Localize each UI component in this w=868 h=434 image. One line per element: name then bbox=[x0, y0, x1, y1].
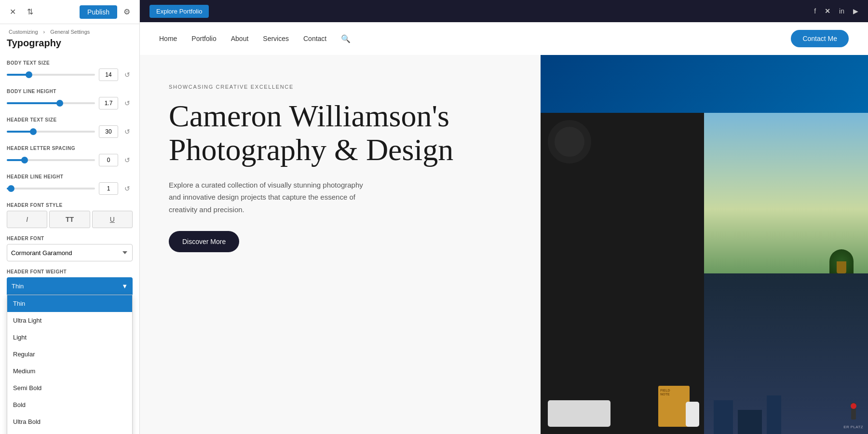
header-text-size-fill bbox=[7, 131, 33, 133]
header-line-height-label: HEADER LINE HEIGHT bbox=[7, 174, 133, 179]
twitter-x-icon[interactable]: ✕ bbox=[825, 7, 830, 15]
site-preview: Explore Portfolio f ✕ in ▶ Home Portfoli… bbox=[140, 0, 868, 434]
hero-description: Explore a curated collection of visually… bbox=[169, 179, 371, 216]
weight-select-display[interactable]: Thin ▼ bbox=[7, 277, 133, 295]
hero-img-desk: FIELDNOTE bbox=[541, 113, 705, 434]
header-line-height-reset[interactable]: ↺ bbox=[122, 183, 133, 194]
plant-pot-graphic bbox=[837, 261, 846, 273]
city-label: ER PLATZ bbox=[843, 425, 863, 429]
nav-home[interactable]: Home bbox=[159, 35, 177, 42]
nav-portfolio[interactable]: Portfolio bbox=[191, 35, 216, 42]
hero-image-grid: FIELDNOTE Offscreen bbox=[541, 55, 868, 434]
font-weight-option-thin[interactable]: Thin bbox=[7, 295, 132, 312]
body-text-size-track[interactable] bbox=[7, 74, 95, 76]
breadcrumb-separator: › bbox=[43, 29, 45, 35]
font-weight-option-ultra-light[interactable]: Ultra Light bbox=[7, 312, 132, 329]
header-text-size-label: HEADER TEXT SIZE bbox=[7, 117, 133, 122]
hero-section: SHOWCASING CREATIVE EXCELLENCE Cameron W… bbox=[140, 55, 868, 434]
body-line-height-value[interactable]: 1.7 bbox=[99, 97, 118, 109]
header-line-height-group: HEADER LINE HEIGHT 1 ↺ bbox=[7, 174, 133, 195]
publish-button[interactable]: Publish bbox=[80, 5, 117, 19]
panel-settings-button[interactable]: ⚙ bbox=[120, 5, 134, 19]
breadcrumb-section[interactable]: General Settings bbox=[50, 29, 90, 35]
header-font-style-label: HEADER FONT STYLE bbox=[7, 203, 133, 208]
nav-contact[interactable]: Contact bbox=[303, 35, 326, 42]
header-text-size-thumb[interactable] bbox=[30, 128, 37, 135]
panel-header-left: ✕ ⇅ bbox=[6, 5, 37, 19]
linkedin-icon[interactable]: in bbox=[839, 7, 844, 15]
social-icons-group: f ✕ in ▶ bbox=[814, 7, 858, 15]
search-icon[interactable]: 🔍 bbox=[341, 34, 351, 43]
font-weight-option-semi-bold[interactable]: Semi Bold bbox=[7, 380, 132, 396]
hero-img-right-col: Offscreen ER PLATZ bbox=[704, 113, 868, 434]
hero-right: FIELDNOTE Offscreen bbox=[541, 55, 868, 434]
panel-content: BODY TEXT SIZE 14 ↺ BODY LINE HEIGHT 1.7… bbox=[0, 55, 139, 434]
header-font-select[interactable]: Cormorant Garamond bbox=[7, 244, 133, 261]
site-topbar: Explore Portfolio f ✕ in ▶ bbox=[140, 0, 868, 22]
close-button[interactable]: ✕ bbox=[6, 5, 19, 19]
header-text-size-track[interactable] bbox=[7, 131, 95, 133]
publish-area: Publish ⚙ bbox=[80, 5, 134, 19]
body-line-height-group: BODY LINE HEIGHT 1.7 ↺ bbox=[7, 89, 133, 109]
body-line-height-track[interactable] bbox=[7, 102, 95, 104]
explore-portfolio-button[interactable]: Explore Portfolio bbox=[149, 5, 209, 18]
panel-title: Typography bbox=[0, 37, 139, 55]
font-weight-option-medium[interactable]: Medium bbox=[7, 363, 132, 380]
weight-chevron-icon: ▼ bbox=[122, 283, 128, 290]
breadcrumb-root[interactable]: Customizing bbox=[9, 29, 38, 35]
nav-services[interactable]: Services bbox=[263, 35, 289, 42]
header-letter-spacing-label: HEADER LETTER SPACING bbox=[7, 146, 133, 151]
header-line-height-track[interactable] bbox=[7, 188, 95, 190]
font-weight-option-regular[interactable]: Regular bbox=[7, 346, 132, 363]
italic-button[interactable]: I bbox=[7, 211, 47, 228]
panel-header: ✕ ⇅ Publish ⚙ bbox=[0, 0, 139, 24]
hero-left: SHOWCASING CREATIVE EXCELLENCE Cameron W… bbox=[140, 55, 541, 434]
header-line-height-value[interactable]: 1 bbox=[99, 182, 118, 195]
phone-graphic bbox=[686, 402, 699, 427]
header-font-group: HEADER FONT Cormorant Garamond bbox=[7, 236, 133, 261]
header-font-weight-label: HEADER FONT WEIGHT bbox=[7, 269, 133, 274]
header-text-size-group: HEADER TEXT SIZE 30 ↺ bbox=[7, 117, 133, 138]
contact-me-button[interactable]: Contact Me bbox=[791, 30, 849, 47]
body-text-size-value[interactable]: 14 bbox=[99, 68, 118, 81]
hero-img-city: ER PLATZ bbox=[704, 273, 868, 434]
discover-more-button[interactable]: Discover More bbox=[169, 231, 239, 252]
body-text-size-reset[interactable]: ↺ bbox=[122, 69, 133, 80]
header-font-weight-group: HEADER FONT WEIGHT Thin ▼ ThinUltra Ligh… bbox=[7, 269, 133, 295]
underline-button[interactable]: U bbox=[92, 211, 133, 228]
header-letter-spacing-value[interactable]: 0 bbox=[99, 154, 118, 166]
header-text-size-slider-row: 30 ↺ bbox=[7, 125, 133, 138]
header-letter-spacing-thumb[interactable] bbox=[21, 157, 28, 163]
font-weight-dropdown: ThinUltra LightLightRegularMediumSemi Bo… bbox=[7, 295, 133, 434]
bold-button[interactable]: TT bbox=[49, 211, 90, 228]
body-line-height-slider-row: 1.7 ↺ bbox=[7, 97, 133, 109]
header-text-size-reset[interactable]: ↺ bbox=[122, 126, 133, 137]
body-text-size-thumb[interactable] bbox=[26, 71, 32, 78]
header-letter-spacing-slider-row: 0 ↺ bbox=[7, 154, 133, 166]
font-weight-option-ultra-bold[interactable]: Ultra Bold bbox=[7, 413, 132, 430]
nav-about[interactable]: About bbox=[231, 35, 249, 42]
selected-weight-label: Thin bbox=[12, 283, 24, 290]
font-weight-option-light[interactable]: Light bbox=[7, 329, 132, 346]
header-letter-spacing-track[interactable] bbox=[7, 159, 95, 161]
hero-eyebrow: SHOWCASING CREATIVE EXCELLENCE bbox=[169, 84, 512, 90]
breadcrumb: Customizing › General Settings bbox=[0, 24, 139, 37]
font-weight-option-bold[interactable]: Bold bbox=[7, 396, 132, 413]
font-weight-option-heavy[interactable]: Heavy bbox=[7, 430, 132, 434]
notebook-graphic: FIELDNOTE bbox=[658, 386, 690, 427]
body-line-height-reset[interactable]: ↺ bbox=[122, 98, 133, 108]
header-letter-spacing-reset[interactable]: ↺ bbox=[122, 155, 133, 165]
city-building-3 bbox=[767, 395, 781, 434]
header-font-label: HEADER FONT bbox=[7, 236, 133, 241]
body-line-height-thumb[interactable] bbox=[56, 100, 63, 107]
undo-redo-button[interactable]: ⇅ bbox=[23, 5, 37, 19]
headphone-icon bbox=[548, 120, 591, 163]
header-line-height-thumb[interactable] bbox=[8, 185, 14, 192]
header-text-size-value[interactable]: 30 bbox=[99, 125, 118, 138]
facebook-icon[interactable]: f bbox=[814, 7, 816, 15]
body-line-height-label: BODY LINE HEIGHT bbox=[7, 89, 133, 94]
youtube-icon[interactable]: ▶ bbox=[853, 7, 858, 15]
body-line-height-fill bbox=[7, 102, 60, 104]
hero-title: Cameron Williamson's Photography & Desig… bbox=[169, 99, 512, 167]
header-font-select-wrapper: Cormorant Garamond bbox=[7, 244, 133, 261]
